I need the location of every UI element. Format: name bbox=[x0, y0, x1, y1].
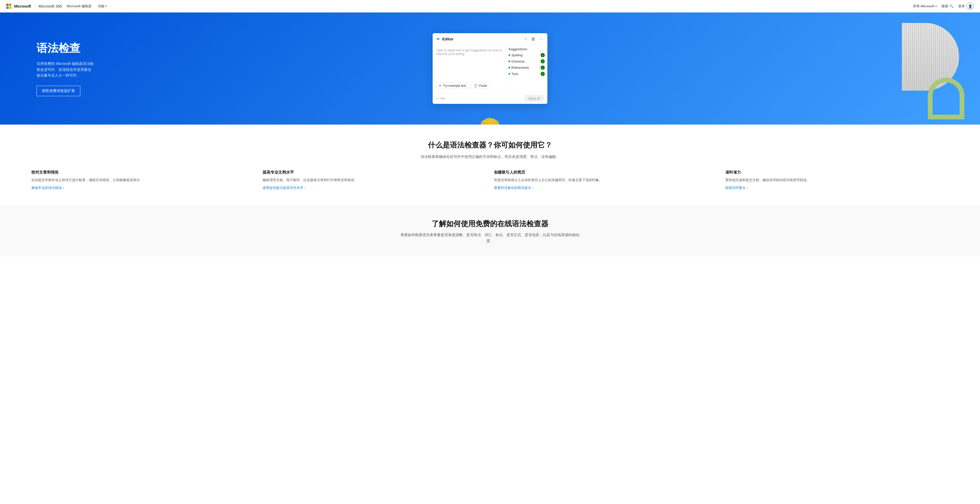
section2-title: 了解如何使用免费的在线语法检查器 bbox=[31, 219, 949, 229]
section1-title: 什么是语法检查器？你可如何使用它？ bbox=[31, 140, 949, 150]
hero-title: 语法检查 bbox=[37, 41, 94, 55]
microsoft-logo[interactable]: Microsoft bbox=[6, 4, 31, 9]
suggestion-tone: Tone ✓ bbox=[509, 72, 545, 76]
feature-proofread-desc: 在你提交学校作业之前对它进行检查，捕捉任何错误，让你能够提高得分。 bbox=[31, 178, 255, 183]
nav-link-editor[interactable]: Microsoft 编辑器 bbox=[67, 4, 92, 9]
editor-logo-icon: ✒ bbox=[436, 36, 440, 42]
editor-header-icons: ☆ 🗑 ⋯ bbox=[523, 36, 544, 42]
deco-arch-inner bbox=[928, 78, 964, 119]
grammar-dot bbox=[509, 61, 510, 62]
search-icon: 🔍 bbox=[949, 4, 953, 8]
bookmark-icon-button[interactable]: ☆ bbox=[523, 36, 528, 42]
grammar-check-icon: ✓ bbox=[541, 59, 545, 63]
more-options-button[interactable]: ⋯ bbox=[538, 36, 544, 42]
nav-link-features[interactable]: 功能 ▾ bbox=[98, 4, 107, 9]
hero-section: 语法检查 试用免费的 Microsoft 编辑器语法检查改进写作、发现错误并使用… bbox=[0, 13, 980, 125]
chevron-right-icon-3: › bbox=[532, 186, 533, 190]
microsoft-logo-grid bbox=[6, 4, 11, 9]
hero-content: 语法检查 试用免费的 Microsoft 编辑器语法检查改进写作、发现错误并使用… bbox=[0, 25, 130, 111]
feature-professional: 提高专业文档水平 确保漂亮文稿、电子邮件、社交媒体文章和打印资料没有错误。 使用… bbox=[262, 170, 486, 190]
editor-title: Editor bbox=[442, 37, 521, 41]
editor-main: Type or paste text to get suggestions on… bbox=[433, 45, 506, 93]
paste-button[interactable]: 📋 Paste bbox=[471, 82, 490, 89]
spelling-dot bbox=[509, 54, 510, 56]
editor-header: ✒ Editor ☆ 🗑 ⋯ bbox=[433, 33, 547, 45]
deco-arch bbox=[928, 78, 964, 119]
apply-all-button[interactable]: Apply all bbox=[525, 95, 544, 102]
feature-resume-desc: 凭借没有错误让人从你的资历上分心的卓越简历，给雇主留下深刻印象。 bbox=[494, 178, 718, 183]
user-icon: 👤 bbox=[968, 4, 972, 8]
editor-widget: ✒ Editor ☆ 🗑 ⋯ Type or paste text to get… bbox=[433, 33, 547, 104]
feature-save-time-desc: 更快地完成和提交文档，确信你写的内容没有拼写错误。 bbox=[725, 178, 949, 183]
search-link[interactable]: 搜索 🔍 bbox=[942, 4, 953, 9]
nav-brand[interactable]: Microsoft 365 bbox=[38, 4, 62, 8]
user-avatar-icon: 👤 bbox=[966, 3, 974, 10]
yellow-swirl-decoration bbox=[480, 113, 500, 125]
feature-professional-title: 提高专业文档水平 bbox=[262, 170, 486, 175]
refinements-dot bbox=[509, 67, 510, 68]
tone-label: Tone bbox=[511, 72, 518, 76]
feature-resume: 创建吸引人的简历 凭借没有错误让人从你的资历上分心的卓越简历，给雇主留下深刻印象… bbox=[494, 170, 718, 190]
refinements-label: Refinements bbox=[511, 66, 529, 70]
feature-proofread: 校对文章和报告 在你提交学校作业之前对它进行检查，捕捉任何错误，让你能够提高得分… bbox=[31, 170, 255, 190]
feature-professional-link[interactable]: 使用这些提示提高写作水平 › bbox=[262, 185, 486, 190]
editor-actions: ✏ Try example text 📋 Paste bbox=[436, 82, 502, 89]
learn-section: 了解如何使用免费的在线语法检查器 查看如何检查语法来查看是否表述清晰、是否简洁、… bbox=[0, 206, 980, 257]
login-button[interactable]: 登录 👤 bbox=[958, 3, 974, 10]
pen-icon: ✏ bbox=[439, 84, 442, 87]
character-count: 0 / 500 bbox=[436, 97, 445, 100]
section1-description: 语法检查将确保你在写作中使用正确的字词和标点，而且表述清楚、简洁、没有偏颇。 bbox=[412, 154, 568, 160]
section2-description: 查看如何检查语法来查看是否表述清晰、是否简洁、词汇、标点、是否正式、是否包容，以… bbox=[399, 232, 581, 244]
feature-save-time-title: 省时省力 bbox=[725, 170, 949, 175]
svg-point-1 bbox=[484, 118, 496, 124]
nav-links: Microsoft 编辑器 功能 ▾ bbox=[67, 4, 107, 9]
feature-resume-title: 创建吸引人的简历 bbox=[494, 170, 718, 175]
refinements-check-icon: ✓ bbox=[541, 66, 545, 70]
feature-proofread-link[interactable]: 避免常见的语法错误 › bbox=[31, 185, 255, 190]
nav-divider bbox=[35, 4, 35, 9]
suggestions-title: Suggestions bbox=[509, 48, 545, 51]
grammar-label: Grammar bbox=[511, 60, 525, 63]
chevron-down-icon: ▾ bbox=[106, 5, 107, 8]
suggestion-spelling: Spelling ✓ bbox=[509, 53, 545, 57]
suggestion-refinements: Refinements ✓ bbox=[509, 66, 545, 70]
spelling-check-icon: ✓ bbox=[541, 53, 545, 57]
chevron-down-icon-2: ▾ bbox=[935, 5, 937, 8]
feature-proofread-title: 校对文章和报告 bbox=[31, 170, 255, 175]
suggestion-grammar: Grammar ✓ bbox=[509, 59, 545, 63]
nav-right: 所有 Microsoft ▾ 搜索 🔍 登录 👤 bbox=[913, 3, 974, 10]
trash-icon-button[interactable]: 🗑 bbox=[531, 36, 536, 42]
navigation: Microsoft Microsoft 365 Microsoft 编辑器 功能… bbox=[0, 0, 980, 13]
hero-cta-button[interactable]: 获取免费浏览器扩展 bbox=[37, 86, 80, 96]
features-section: 什么是语法检查器？你可如何使用它？ 语法检查将确保你在写作中使用正确的字词和标点… bbox=[0, 125, 980, 206]
all-microsoft-link[interactable]: 所有 Microsoft ▾ bbox=[913, 4, 937, 9]
editor-placeholder-text: Type or paste text to get suggestions on… bbox=[436, 49, 502, 80]
chevron-right-icon-2: › bbox=[304, 186, 305, 190]
microsoft-wordmark: Microsoft bbox=[14, 4, 31, 8]
tone-dot bbox=[509, 73, 510, 75]
try-example-button[interactable]: ✏ Try example text bbox=[436, 82, 469, 89]
editor-footer: 0 / 500 Apply all bbox=[433, 93, 547, 104]
hero-description: 试用免费的 Microsoft 编辑器语法检查改进写作、发现错误并使用最佳做法像… bbox=[37, 61, 94, 78]
feature-save-time-link[interactable]: 阅读写作要点 › bbox=[725, 185, 949, 190]
feature-resume-link[interactable]: 查看经过验证的简历提示 › bbox=[494, 185, 718, 190]
feature-save-time: 省时省力 更快地完成和提交文档，确信你写的内容没有拼写错误。 阅读写作要点 › bbox=[725, 170, 949, 190]
chevron-right-icon-1: › bbox=[63, 186, 64, 190]
features-grid: 校对文章和报告 在你提交学校作业之前对它进行检查，捕捉任何错误，让你能够提高得分… bbox=[31, 170, 949, 190]
tone-check-icon: ✓ bbox=[541, 72, 545, 76]
spelling-label: Spelling bbox=[511, 54, 523, 57]
clipboard-icon: 📋 bbox=[474, 84, 478, 87]
editor-body: Type or paste text to get suggestions on… bbox=[433, 45, 547, 93]
feature-professional-desc: 确保漂亮文稿、电子邮件、社交媒体文章和打印资料没有错误。 bbox=[262, 178, 486, 183]
chevron-right-icon-4: › bbox=[747, 186, 748, 190]
editor-suggestions-sidebar: Suggestions Spelling ✓ Grammar ✓ bbox=[506, 45, 547, 93]
